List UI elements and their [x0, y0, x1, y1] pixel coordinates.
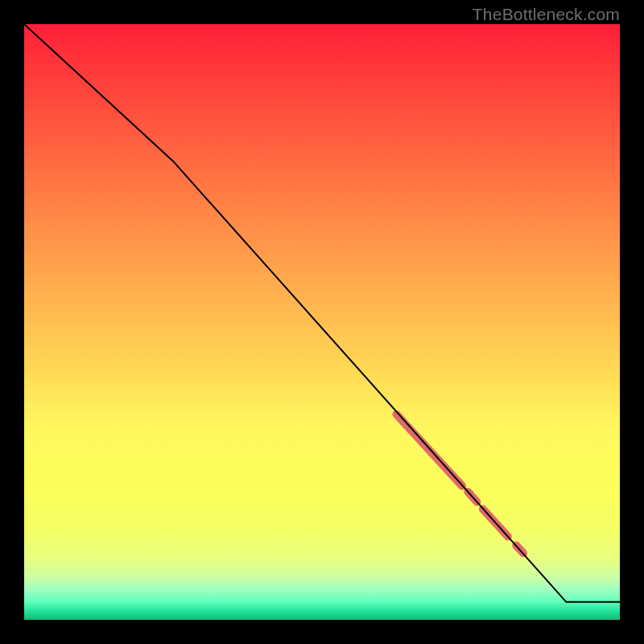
- chart-frame: TheBottleneck.com: [0, 0, 644, 644]
- chart-svg: [24, 24, 620, 620]
- main-curve: [24, 24, 620, 602]
- attribution-text: TheBottleneck.com: [473, 5, 620, 24]
